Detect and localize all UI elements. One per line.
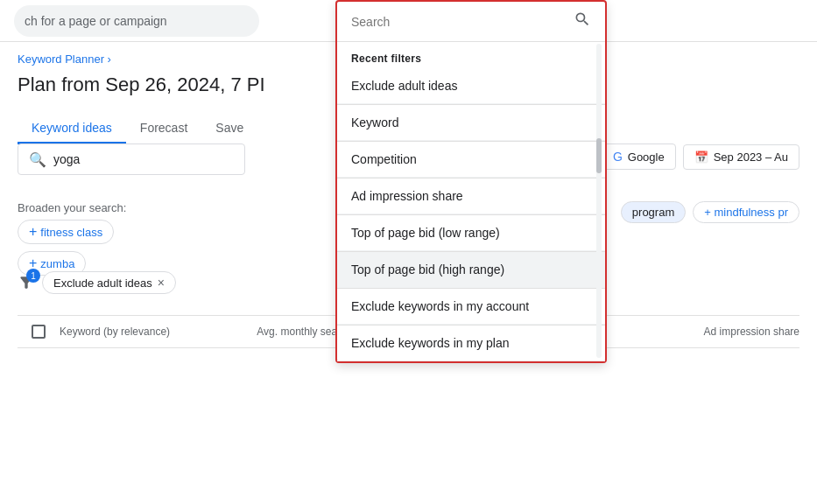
breadcrumb-label: Keyword Planner › — [18, 52, 111, 66]
search-icon: 🔍 — [29, 151, 46, 168]
search-area: 🔍 yoga — [18, 144, 245, 175]
program-chip-label: program — [632, 206, 674, 219]
scrollbar-thumb[interactable] — [596, 138, 602, 173]
keyword-search-value: yoga — [53, 152, 80, 166]
mindfulness-chip[interactable]: + mindfulness pr — [693, 201, 799, 223]
breadcrumb[interactable]: Keyword Planner › — [18, 52, 111, 66]
google-icon: G — [613, 150, 623, 164]
exclude-adult-chip[interactable]: Exclude adult ideas × — [42, 271, 176, 294]
table-checkbox-col — [18, 325, 60, 339]
filter-badge: 1 — [26, 269, 40, 283]
broaden-label: Broaden your search: — [18, 201, 126, 214]
broaden-section: Broaden your search: + fitness class + z… — [18, 201, 126, 279]
dropdown-search-bar — [337, 2, 605, 42]
filter-item-keyword[interactable]: Keyword — [337, 105, 605, 141]
chip-label: zumba — [40, 257, 74, 270]
date-chip[interactable]: 📅 Sep 2023 – Au — [683, 144, 799, 170]
broaden-chip-fitness[interactable]: + fitness class — [18, 220, 114, 244]
page-title: Plan from Sep 26, 2024, 7 PI — [18, 74, 265, 96]
tab-saved[interactable]: Save — [201, 114, 257, 144]
filter-item-ad-impression[interactable]: Ad impression share — [337, 178, 605, 214]
filter-item-top-bid-high[interactable]: Top of page bid (high range) — [337, 252, 605, 288]
filter-item-exclude-adult[interactable]: Exclude adult ideas — [337, 68, 605, 104]
col-keyword-header: Keyword (by relevance) — [60, 326, 257, 338]
calendar-icon: 📅 — [694, 150, 708, 164]
tab-keyword-ideas[interactable]: Keyword ideas — [18, 114, 126, 144]
nav-search-bar[interactable]: ch for a page or campaign — [14, 5, 259, 37]
chip-label: fitness class — [40, 226, 102, 239]
filter-item-competition[interactable]: Competition — [337, 142, 605, 178]
filter-item-exclude-plan[interactable]: Exclude keywords in my plan — [337, 326, 605, 361]
search-icon — [574, 10, 591, 32]
close-icon[interactable]: × — [158, 276, 165, 290]
filter-item-exclude-account[interactable]: Exclude keywords in my account — [337, 289, 605, 325]
mindfulness-chip-label: + mindfulness pr — [704, 206, 788, 219]
col-impression-header: Ad impression share — [602, 326, 799, 338]
program-chip[interactable]: program — [621, 201, 686, 223]
keyword-search-box[interactable]: 🔍 yoga — [18, 144, 245, 175]
select-all-checkbox[interactable] — [32, 325, 46, 339]
google-label: Google — [628, 150, 665, 164]
filter-item-top-bid-low[interactable]: Top of page bid (low range) — [337, 215, 605, 251]
date-label: Sep 2023 – Au — [714, 150, 788, 164]
scrollbar-track[interactable] — [596, 44, 602, 358]
tab-forecast[interactable]: Forecast — [126, 114, 201, 144]
google-chip[interactable]: G Google — [602, 144, 676, 170]
filter-button[interactable]: 1 — [18, 274, 35, 291]
tabs-container: Keyword ideas Forecast Save — [18, 114, 257, 144]
right-header-chips: G Google 📅 Sep 2023 – Au — [602, 144, 799, 170]
nav-search-text: ch for a page or campaign — [25, 14, 167, 28]
filter-dropdown: Recent filters Exclude adult ideas Keywo… — [335, 0, 607, 363]
right-chips-row2: program + mindfulness pr — [621, 201, 799, 223]
filter-bar: 1 Exclude adult ideas × — [18, 271, 176, 294]
dropdown-search-input[interactable] — [351, 15, 567, 29]
recent-filters-header: Recent filters — [337, 42, 605, 68]
exclude-chip-label: Exclude adult ideas — [53, 276, 152, 290]
